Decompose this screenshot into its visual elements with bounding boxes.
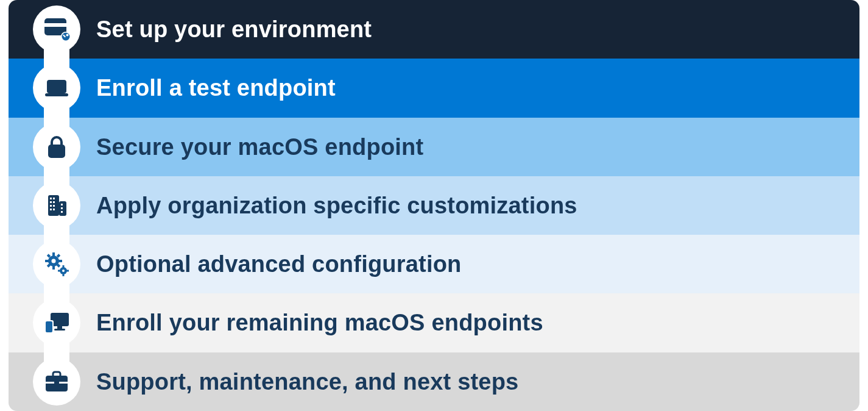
step-1: Set up your environment: [9, 0, 859, 59]
step-6-label: Enroll your remaining macOS endpoints: [96, 310, 543, 336]
step-2-label: Enroll a test endpoint: [96, 75, 336, 101]
step-1-icon-circle: [33, 5, 80, 53]
step-diagram: Set up your environment Enroll a test en…: [0, 0, 868, 411]
step-3-icon-circle: [33, 123, 80, 171]
svg-rect-6: [47, 80, 66, 93]
svg-rect-33: [63, 265, 65, 268]
gears-icon: [41, 248, 72, 280]
devices-icon: [41, 307, 72, 338]
step-3: Secure your macOS endpoint: [9, 118, 859, 176]
step-6: Enroll your remaining macOS endpoints: [9, 293, 859, 352]
svg-rect-21: [61, 211, 63, 213]
svg-rect-25: [45, 260, 49, 262]
laptop-icon: [41, 72, 72, 104]
svg-point-31: [52, 259, 56, 263]
card-key-icon: [41, 13, 72, 45]
step-2-icon-circle: [33, 64, 80, 112]
svg-rect-14: [53, 201, 55, 203]
step-2: Enroll a test endpoint: [9, 59, 859, 117]
step-3-label: Secure your macOS endpoint: [96, 134, 423, 160]
step-7: Support, maintenance, and next steps: [9, 352, 859, 411]
svg-rect-35: [58, 270, 60, 272]
step-5-icon-circle: [33, 240, 80, 288]
step-5-label: Optional advanced configuration: [96, 251, 461, 277]
svg-rect-12: [53, 198, 55, 199]
svg-rect-13: [50, 201, 52, 203]
svg-rect-16: [53, 205, 55, 207]
briefcase-icon: [41, 366, 72, 398]
svg-rect-8: [48, 145, 65, 158]
lock-icon: [41, 131, 72, 163]
step-7-label: Support, maintenance, and next steps: [96, 368, 518, 395]
svg-point-4: [66, 34, 69, 37]
svg-rect-18: [53, 209, 55, 210]
svg-rect-11: [50, 198, 52, 199]
svg-rect-19: [61, 204, 63, 206]
svg-rect-26: [58, 260, 62, 262]
svg-rect-24: [52, 266, 55, 270]
svg-rect-36: [66, 270, 69, 272]
svg-rect-7: [45, 93, 68, 96]
step-4: Apply organization specific customizatio…: [9, 176, 859, 235]
step-7-icon-circle: [33, 358, 80, 406]
svg-rect-17: [50, 209, 52, 210]
svg-rect-15: [50, 205, 52, 207]
step-5: Optional advanced configuration: [9, 235, 859, 293]
step-1-label: Set up your environment: [96, 16, 372, 43]
svg-rect-42: [46, 321, 52, 332]
svg-rect-1: [44, 23, 66, 27]
svg-point-37: [62, 270, 65, 272]
step-6-icon-circle: [33, 299, 80, 346]
svg-rect-20: [61, 207, 63, 209]
svg-rect-39: [57, 326, 62, 329]
step-4-icon-circle: [33, 182, 80, 229]
step-4-label: Apply organization specific customizatio…: [96, 192, 577, 218]
svg-rect-40: [54, 329, 65, 331]
svg-rect-45: [54, 381, 59, 384]
building-icon: [41, 190, 72, 221]
svg-rect-23: [52, 252, 55, 256]
svg-rect-34: [63, 274, 65, 276]
